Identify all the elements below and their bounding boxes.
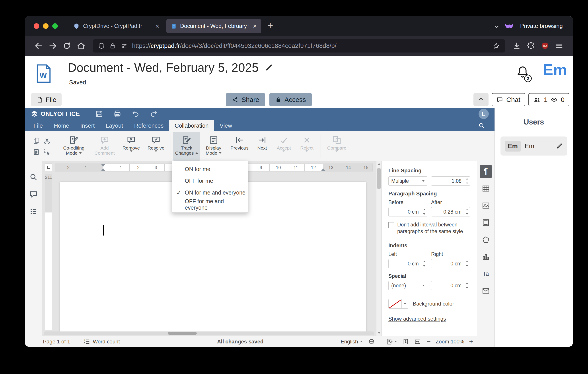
tab-references[interactable]: References — [128, 120, 169, 131]
tab-file[interactable]: File — [28, 120, 48, 131]
spin-up-icon[interactable] — [466, 261, 468, 262]
paragraph-settings-tab[interactable]: ¶ — [480, 165, 492, 178]
spin-down-icon[interactable] — [466, 213, 468, 215]
rename-pencil-icon[interactable] — [265, 63, 273, 72]
menu-item-off-for-me-and-everyone[interactable]: OFF for me and everyone — [172, 198, 248, 210]
fit-to-page-button[interactable] — [403, 339, 409, 345]
new-tab-button[interactable]: + — [261, 21, 273, 32]
word-count-button[interactable]: 123 Word count — [84, 338, 120, 345]
set-language-globe-icon[interactable] — [368, 338, 375, 345]
textart-settings-tab[interactable]: Ta — [480, 268, 492, 280]
url-text[interactable]: https://cryptpad.fr/doc/#/3/doc/edit/ff0… — [132, 42, 488, 49]
shape-settings-tab[interactable] — [480, 234, 492, 246]
interval-checkbox[interactable] — [388, 222, 394, 228]
tab-document[interactable]: Document - Wed, February 5, 2 × — [166, 19, 261, 33]
chat-button[interactable]: Chat — [492, 93, 525, 106]
account-avatar[interactable]: Em — [543, 61, 567, 79]
ublock-origin-icon[interactable]: uO — [539, 40, 551, 52]
indent-left-spinner[interactable]: 0 cm — [388, 259, 427, 268]
background-color-picker[interactable] — [388, 299, 408, 309]
next-change-button[interactable]: Next — [252, 132, 272, 161]
print-button[interactable] — [112, 109, 123, 119]
spin-up-icon[interactable] — [466, 209, 468, 210]
background-color-dropdown[interactable] — [401, 299, 408, 308]
track-changes-toggle-button[interactable] — [387, 338, 397, 345]
tab-cryptdrive[interactable]: CryptDrive - CryptPad.fr × — [69, 19, 164, 33]
undo-button[interactable] — [130, 109, 141, 119]
comments-icon[interactable] — [29, 190, 38, 198]
first-line-indent-marker[interactable] — [101, 164, 106, 167]
home-button[interactable] — [75, 40, 87, 52]
cut-icon[interactable] — [42, 135, 52, 146]
tab-collaboration[interactable]: Collaboration — [169, 120, 214, 131]
present-users-button[interactable]: 1 0 — [528, 93, 569, 106]
url-bar[interactable]: https://cryptpad.fr/doc/#/3/doc/edit/ff0… — [93, 39, 505, 52]
back-button[interactable] — [32, 40, 45, 52]
spin-down-icon[interactable] — [466, 183, 468, 184]
accept-change-button[interactable]: Accept — [272, 132, 295, 161]
coediting-mode-button[interactable]: Co-editing Mode — [57, 132, 90, 161]
indent-right-spinner[interactable]: 0 cm — [431, 259, 470, 268]
menu-item-off-for-me[interactable]: OFF for me — [172, 175, 248, 187]
background-color-swatch[interactable] — [388, 299, 401, 308]
horizontal-scrollbar[interactable] — [44, 332, 374, 335]
spin-up-icon[interactable] — [423, 261, 425, 262]
tracking-protection-shield-icon[interactable] — [98, 42, 105, 49]
document-title[interactable]: Document - Wed, February 5, 2025 — [68, 61, 259, 75]
page-number-status[interactable]: Page 1 of 1 — [43, 339, 70, 345]
navigation-headings-icon[interactable] — [29, 207, 38, 216]
maximize-window-button[interactable] — [52, 23, 58, 29]
access-button[interactable]: Access — [269, 93, 312, 106]
paste-icon[interactable] — [31, 146, 42, 157]
scroll-up-arrow-icon[interactable] — [378, 163, 381, 165]
bookmark-star-icon[interactable] — [493, 42, 500, 49]
previous-change-button[interactable]: Previous — [227, 132, 252, 161]
special-indent-select[interactable]: (none) — [388, 281, 427, 290]
search-icon[interactable] — [472, 120, 491, 131]
redo-button[interactable] — [148, 109, 159, 119]
collapse-toolbar-button[interactable] — [473, 93, 489, 106]
ruler-corner-tab-selector[interactable] — [45, 164, 52, 171]
tab-home[interactable]: Home — [48, 120, 75, 131]
reject-change-button[interactable]: Reject — [295, 132, 318, 161]
display-mode-button[interactable]: Display Mode — [200, 132, 227, 161]
remove-comment-button[interactable]: Remove — [119, 132, 144, 161]
mail-merge-settings-tab[interactable] — [480, 285, 492, 297]
find-icon[interactable] — [29, 173, 38, 181]
spin-up-icon[interactable] — [466, 178, 468, 179]
image-settings-tab[interactable] — [480, 199, 492, 212]
add-comment-button[interactable]: Add Comment — [90, 132, 119, 161]
header-footer-settings-tab[interactable] — [480, 217, 492, 229]
spin-down-icon[interactable] — [466, 287, 468, 289]
menu-item-on-for-me[interactable]: ON for me — [172, 163, 248, 175]
zoom-out-button[interactable]: − — [427, 338, 431, 345]
site-permissions-icon[interactable] — [121, 42, 128, 49]
tab-insert[interactable]: Insert — [75, 120, 100, 131]
zoom-in-button[interactable]: + — [469, 338, 473, 345]
editor-user-avatar[interactable]: E — [479, 109, 489, 119]
forward-button[interactable] — [47, 40, 59, 52]
spin-down-icon[interactable] — [423, 265, 425, 267]
chart-settings-tab[interactable] — [480, 250, 492, 263]
file-menu-button[interactable]: File — [31, 93, 62, 106]
zoom-level[interactable]: Zoom 100% — [436, 339, 464, 345]
track-changes-button[interactable]: Track Changes — [173, 132, 200, 161]
tab-layout[interactable]: Layout — [100, 120, 128, 131]
menu-hamburger-icon[interactable] — [553, 40, 565, 52]
spin-up-icon[interactable] — [466, 283, 468, 284]
scroll-down-arrow-icon[interactable] — [378, 332, 381, 334]
notifications-bell-icon[interactable]: 2 — [516, 65, 532, 83]
spin-up-icon[interactable] — [423, 209, 425, 210]
menu-item-on-for-me-and-everyone[interactable]: ✓ ON for me and everyone — [172, 187, 248, 198]
save-button[interactable] — [94, 109, 105, 119]
close-window-button[interactable] — [34, 23, 39, 29]
list-all-tabs-chevron-icon[interactable] — [495, 24, 498, 28]
copy-icon[interactable] — [31, 135, 42, 146]
edit-name-pencil-icon[interactable] — [556, 143, 563, 149]
special-indent-spinner[interactable]: 0 cm — [431, 281, 470, 290]
minimize-window-button[interactable] — [43, 23, 49, 29]
fit-to-width-button[interactable] — [415, 339, 421, 345]
spin-down-icon[interactable] — [466, 265, 468, 267]
document-language-button[interactable]: English — [341, 339, 363, 345]
close-tab-icon[interactable]: × — [253, 23, 257, 30]
